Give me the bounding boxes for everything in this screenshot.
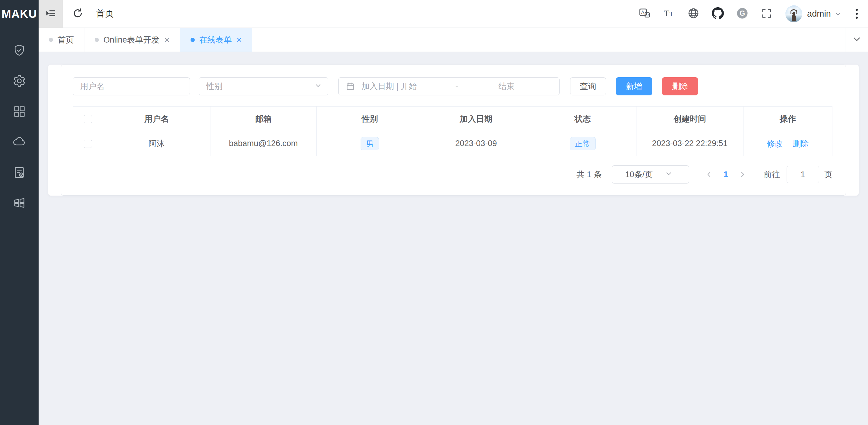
chevron-down-icon	[852, 35, 861, 45]
fullscreen-button[interactable]	[760, 7, 773, 21]
cloud-icon	[12, 135, 26, 150]
row-delete-link[interactable]: 删除	[793, 139, 809, 148]
tab-dot	[49, 38, 53, 42]
main-area: 首页 A中 TT G	[39, 0, 868, 425]
cell-username: 阿沐	[103, 131, 211, 156]
column-header-actions: 操作	[743, 107, 832, 131]
tab-close-icon[interactable]: ×	[164, 35, 170, 45]
tab-list-dropdown-button[interactable]	[845, 28, 868, 52]
fullscreen-icon	[761, 7, 773, 21]
clipboard-check-icon	[12, 165, 26, 180]
breadcrumb: 首页	[96, 7, 114, 20]
goto-page-input[interactable]	[786, 166, 819, 183]
header-actions: A中 TT G admin	[627, 5, 868, 22]
sidebar-item-modules[interactable]	[0, 188, 39, 219]
page-number-1[interactable]: 1	[723, 170, 728, 179]
translate-icon: A中	[639, 7, 651, 21]
svg-text:A: A	[641, 10, 644, 15]
tab-label: 在线表单	[199, 34, 232, 45]
table-row: 阿沐 babamu@126.com 男 2023-03-09 正常 2023-0…	[73, 131, 832, 156]
sidebar-item-forms[interactable]	[0, 158, 39, 188]
username-label[interactable]: admin	[807, 9, 831, 19]
sidebar-item-settings[interactable]	[0, 66, 39, 96]
date-start-placeholder: 加入日期 | 开始	[362, 81, 453, 92]
tab-online-form[interactable]: 在线表单 ×	[180, 28, 253, 52]
sidebar-item-cloud[interactable]	[0, 127, 39, 158]
tab-close-icon[interactable]: ×	[237, 35, 242, 45]
column-header-status: 状态	[529, 107, 637, 131]
delete-button[interactable]: 删除	[662, 77, 698, 95]
tab-online-form-dev[interactable]: Online表单开发 ×	[85, 28, 180, 52]
pagination: 共 1 条 10条/页 1 前往 页	[73, 165, 832, 183]
search-button[interactable]: 查询	[570, 77, 606, 95]
page-size-select[interactable]: 10条/页	[612, 165, 689, 183]
calendar-icon	[346, 82, 355, 91]
more-menu-button[interactable]	[854, 7, 860, 21]
cell-join-date: 2023-03-09	[423, 131, 529, 156]
font-size-icon: TT	[663, 7, 675, 21]
gender-select[interactable]: 性别	[199, 77, 328, 95]
cell-email: babamu@126.com	[211, 131, 316, 156]
sidebar-fold-button[interactable]	[39, 0, 63, 28]
tab-dot	[190, 38, 195, 42]
gitee-button[interactable]: G	[736, 7, 749, 21]
tab-bar: 首页 Online表单开发 × 在线表单 ×	[39, 28, 868, 52]
select-all-checkbox[interactable]	[84, 115, 92, 123]
grid-icon	[12, 105, 26, 119]
page-content: 性别 加入日期 | 开始 - 结束 查询 新增 删除	[39, 52, 868, 425]
user-menu-chevron-down-icon[interactable]	[834, 10, 842, 18]
data-table: 用户名 邮箱 性别 加入日期 状态 创建时间 操作	[73, 106, 832, 156]
sidebar-menu	[0, 28, 39, 219]
gear-icon	[12, 74, 26, 89]
refresh-button[interactable]	[71, 7, 85, 21]
language-button[interactable]	[687, 7, 700, 21]
status-badge: 正常	[570, 137, 596, 150]
svg-text:T: T	[670, 10, 673, 17]
tab-label: 首页	[58, 34, 74, 45]
column-header-email: 邮箱	[211, 107, 316, 131]
svg-text:T: T	[664, 8, 669, 18]
translate-button[interactable]: A中	[638, 7, 651, 21]
next-page-button[interactable]	[738, 170, 747, 179]
gitee-icon: G	[736, 7, 748, 21]
github-icon	[712, 7, 724, 21]
page-card: 性别 加入日期 | 开始 - 结束 查询 新增 删除	[48, 65, 859, 196]
pagination-total: 共 1 条	[577, 169, 602, 180]
shield-check-icon	[12, 44, 26, 59]
row-checkbox[interactable]	[84, 140, 92, 148]
refresh-icon	[72, 7, 84, 20]
column-header-create-time: 创建时间	[637, 107, 743, 131]
page-unit-label: 页	[824, 169, 832, 180]
svg-text:G: G	[740, 9, 745, 17]
column-header-gender: 性别	[316, 107, 423, 131]
username-input[interactable]	[73, 77, 190, 95]
tab-label: Online表单开发	[103, 34, 159, 45]
column-header-join-date: 加入日期	[423, 107, 529, 131]
cell-create-time: 2023-03-22 22:29:51	[637, 131, 743, 156]
top-header: 首页 A中 TT G	[39, 0, 868, 28]
prev-page-button[interactable]	[705, 170, 713, 179]
user-avatar[interactable]	[785, 5, 802, 22]
column-header-username: 用户名	[103, 107, 211, 131]
tab-home[interactable]: 首页	[39, 28, 85, 52]
page-size-value: 10条/页	[624, 169, 654, 180]
sidebar-item-apps[interactable]	[0, 96, 39, 127]
table-header-row: 用户名 邮箱 性别 加入日期 状态 创建时间 操作	[73, 107, 832, 131]
date-range-separator: -	[453, 82, 461, 91]
join-date-range-picker[interactable]: 加入日期 | 开始 - 结束	[338, 77, 560, 95]
sidebar-item-security[interactable]	[0, 36, 39, 66]
font-size-button[interactable]: TT	[662, 7, 676, 21]
tab-dot	[95, 38, 99, 42]
date-end-placeholder: 结束	[461, 81, 552, 92]
github-button[interactable]	[711, 7, 724, 21]
row-edit-link[interactable]: 修改	[767, 139, 783, 148]
windows-grid-icon	[12, 196, 26, 211]
add-button[interactable]: 新增	[616, 77, 652, 95]
goto-label: 前往	[764, 169, 780, 180]
fold-icon	[45, 8, 56, 20]
filter-form: 性别 加入日期 | 开始 - 结束 查询 新增 删除	[73, 77, 832, 95]
app-root: MAKU	[0, 0, 868, 425]
chevron-down-icon	[654, 170, 683, 179]
chevron-down-icon	[314, 82, 322, 91]
gender-badge: 男	[361, 137, 379, 150]
